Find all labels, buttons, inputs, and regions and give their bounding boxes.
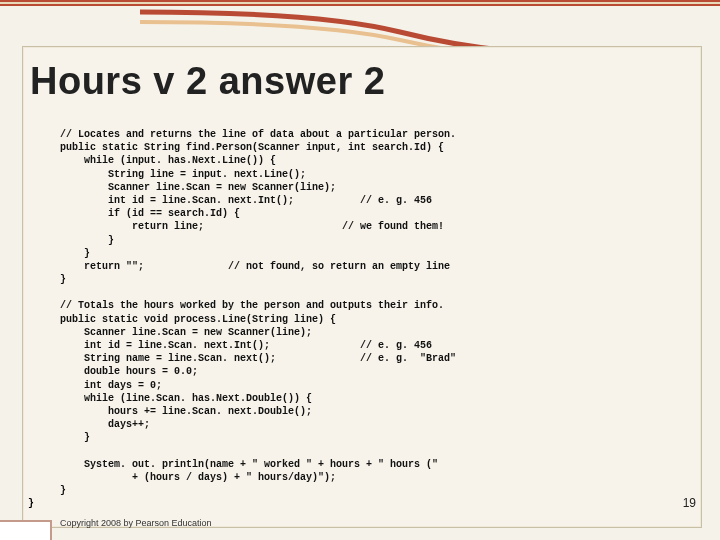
code-line: public static void process.Line(String l… (60, 314, 336, 325)
code-line: + (hours / days) + " hours/day)"); (60, 472, 336, 483)
code-line: System. out. println(name + " worked " +… (60, 459, 438, 470)
code-line: while (line.Scan. has.Next.Double()) { (60, 393, 312, 404)
code-line: } (60, 274, 66, 285)
code-line: } (60, 432, 90, 443)
code-line: hours += line.Scan. next.Double(); (60, 406, 312, 417)
code-closing-brace: } (28, 498, 34, 509)
code-line: if (id == search.Id) { (60, 208, 240, 219)
code-block: // Locates and returns the line of data … (60, 128, 690, 497)
code-line: // Locates and returns the line of data … (60, 129, 456, 140)
code-line: String name = line.Scan. next(); // e. g… (60, 353, 456, 364)
code-line: String line = input. next.Line(); (60, 169, 306, 180)
code-line: Scanner line.Scan = new Scanner(line); (60, 327, 312, 338)
code-line: int days = 0; (60, 380, 162, 391)
copyright-footer: Copyright 2008 by Pearson Education (60, 518, 212, 528)
top-accent-bar (0, 0, 720, 6)
code-line: int id = line.Scan. next.Int(); // e. g.… (60, 195, 432, 206)
code-line: // Totals the hours worked by the person… (60, 300, 444, 311)
corner-chip (0, 520, 52, 540)
code-line: } (60, 235, 114, 246)
code-line: while (input. has.Next.Line()) { (60, 155, 276, 166)
code-line: int id = line.Scan. next.Int(); // e. g.… (60, 340, 432, 351)
code-line: } (60, 485, 66, 496)
code-line: public static String find.Person(Scanner… (60, 142, 444, 153)
code-line: } (60, 248, 90, 259)
code-line: return line; // we found them! (60, 221, 444, 232)
page-number: 19 (683, 496, 696, 510)
code-line: days++; (60, 419, 150, 430)
code-line: Scanner line.Scan = new Scanner(line); (60, 182, 336, 193)
page-title: Hours v 2 answer 2 (30, 60, 385, 103)
code-line: double hours = 0.0; (60, 366, 198, 377)
code-line: return ""; // not found, so return an em… (60, 261, 450, 272)
